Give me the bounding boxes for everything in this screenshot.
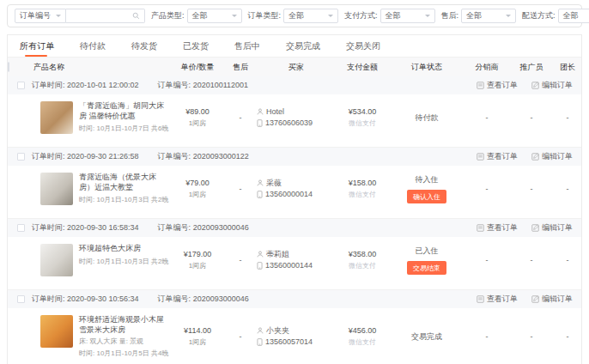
filter-after-sale: 售后: 全部 (441, 9, 517, 23)
end-trade-button[interactable]: 交易结束 (407, 261, 446, 275)
pay-amount: ¥456.00 (336, 326, 389, 335)
order-no-type-select[interactable]: 订单编号 (15, 9, 66, 23)
filter-label: 订单类型: (248, 10, 282, 21)
row-checkbox[interactable] (17, 224, 25, 232)
distributor-value: - (465, 332, 509, 341)
table-header: 产品名称 单价/数量 售后 买家 支付金额 订单状态 分销商 推广员 团长 (8, 58, 581, 76)
order-no: 订单编号: 2020093000122 (158, 151, 249, 162)
pay-amount: ¥534.00 (336, 107, 389, 116)
edit-order-icon (531, 224, 539, 232)
quantity: 1间房 (171, 337, 224, 347)
row-checkbox[interactable] (17, 295, 25, 303)
distributor-value: - (465, 256, 509, 264)
product-title: 「青露近临海」胡同大床房 温馨特价优惠 (79, 101, 171, 121)
edit-order-button[interactable]: 编辑订单 (531, 222, 573, 234)
user-icon (257, 251, 264, 258)
buyer-name: Hotel (266, 106, 284, 118)
order-group: 订单时间: 2020-09-30 16:58:34 订单编号: 20200930… (8, 218, 581, 284)
tab-pending-payment[interactable]: 待付款 (80, 35, 106, 57)
buyer-phone: 13560000144 (265, 260, 313, 272)
buyer-name: 蒂莉姐 (266, 249, 289, 261)
pay-method-select[interactable]: 全部 (380, 9, 435, 23)
view-order-icon (477, 224, 484, 232)
tab-all-orders[interactable]: 所有订单 (20, 35, 54, 57)
quantity: 1间房 (171, 118, 224, 128)
leader-value: - (554, 113, 581, 122)
edit-order-button[interactable]: 编辑订单 (531, 80, 573, 91)
search-input[interactable] (66, 9, 145, 23)
order-search-group: 订单编号 (15, 9, 145, 23)
view-order-button[interactable]: 查看订单 (477, 222, 518, 234)
status-tabs: 所有订单 待付款 待发货 已发货 售后中 交易完成 交易关闭 (8, 35, 581, 58)
after-sale-select[interactable]: 全部 (461, 9, 516, 23)
edit-order-icon (531, 153, 539, 161)
view-order-button[interactable]: 查看订单 (477, 294, 518, 305)
order-status: 交易完成 (389, 331, 465, 343)
edit-order-icon (531, 82, 539, 89)
tab-closed[interactable]: 交易关闭 (346, 35, 380, 57)
tab-after-sale[interactable]: 售后中 (234, 35, 260, 57)
filter-label: 配送方式: (522, 10, 556, 21)
leader-value: - (554, 256, 581, 264)
product-type-select[interactable]: 全部 (187, 9, 242, 23)
product-title: 环境超特色大床房 (79, 244, 168, 254)
order-status: 已入住 (389, 246, 465, 257)
col-product-name: 产品名称 (33, 62, 171, 73)
order-type-select[interactable]: 全部 (283, 9, 338, 23)
confirm-checkin-button[interactable]: 确认入住 (407, 190, 446, 203)
tab-pending-shipment[interactable]: 待发货 (131, 35, 157, 57)
product-sub: 床: 双人大床 量: 景观 (79, 337, 171, 346)
col-order-status: 订单状态 (389, 62, 465, 73)
buyer-name: 小夹夹 (266, 325, 289, 337)
col-after-sale: 售后 (224, 62, 257, 73)
order-group: 订单时间: 2020-10-01 12:00:02 订单编号: 20201001… (8, 76, 581, 142)
col-promoter: 推广员 (509, 62, 554, 73)
view-order-button[interactable]: 查看订单 (477, 151, 518, 162)
select-value: 全部 (563, 10, 579, 21)
edit-order-button[interactable]: 编辑订单 (531, 294, 573, 305)
edit-order-button[interactable]: 编辑订单 (531, 151, 573, 162)
select-value: 全部 (386, 10, 401, 21)
filter-order-type: 订单类型: 全部 (248, 9, 339, 23)
filter-product-type: 产品类型: 全部 (151, 9, 242, 23)
unit-price: ¥79.00 (171, 179, 224, 187)
buyer-phone: 13560000014 (265, 189, 313, 201)
tab-completed[interactable]: 交易完成 (286, 35, 320, 57)
filter-label: 售后: (441, 10, 459, 21)
order-time: 订单时间: 2020-10-01 12:00:02 (32, 80, 139, 91)
view-order-button[interactable]: 查看订单 (477, 80, 518, 91)
order-time: 订单时间: 2020-09-30 10:56:34 (32, 294, 139, 305)
row-checkbox[interactable] (17, 153, 25, 161)
delivery-select[interactable]: 全部 (558, 9, 589, 23)
phone-icon (257, 262, 263, 270)
phone-icon (257, 119, 263, 127)
filter-label: 产品类型: (151, 10, 185, 21)
tab-shipped[interactable]: 已发货 (183, 35, 209, 57)
after-sale-value: - (224, 185, 257, 193)
order-no: 订单编号: 2020093000046 (158, 222, 249, 234)
pay-amount: ¥358.00 (336, 250, 389, 258)
chevron-down-icon (328, 15, 333, 17)
select-all-checkbox[interactable] (8, 62, 9, 72)
product-title: 青露近临海（优景大床房）近温大教堂 (79, 173, 171, 192)
filter-bar: 订单编号 产品类型: 全部 订单类型: 全部 支付方式: 全部 售 (7, 4, 582, 27)
promoter-value: - (509, 332, 554, 341)
filter-delivery: 配送方式: 全部 (522, 9, 589, 23)
col-price-qty: 单价/数量 (171, 62, 224, 73)
product-thumbnail (40, 244, 73, 276)
filter-label: 支付方式: (344, 10, 378, 21)
filter-pay-method: 支付方式: 全部 (344, 9, 435, 23)
buyer-name: 采薇 (266, 178, 282, 190)
col-amount: 支付金额 (336, 62, 389, 73)
order-status: 待入住 (389, 174, 465, 185)
leader-value: - (554, 332, 581, 341)
pay-method: 微信支付 (336, 261, 389, 270)
view-order-icon (477, 153, 484, 161)
order-group-header: 订单时间: 2020-09-30 16:58:34 订单编号: 20200930… (8, 219, 581, 237)
order-row: 青露近临海（优景大床房）近温大教堂 时间: 10月1日-10月3日 共2晚 ¥7… (8, 166, 581, 213)
phone-icon (257, 338, 263, 346)
phone-icon (257, 191, 263, 198)
row-checkbox[interactable] (17, 82, 25, 89)
chevron-down-icon (56, 15, 61, 17)
order-group: 订单时间: 2020-09-30 10:56:34 订单编号: 20200930… (8, 289, 581, 364)
